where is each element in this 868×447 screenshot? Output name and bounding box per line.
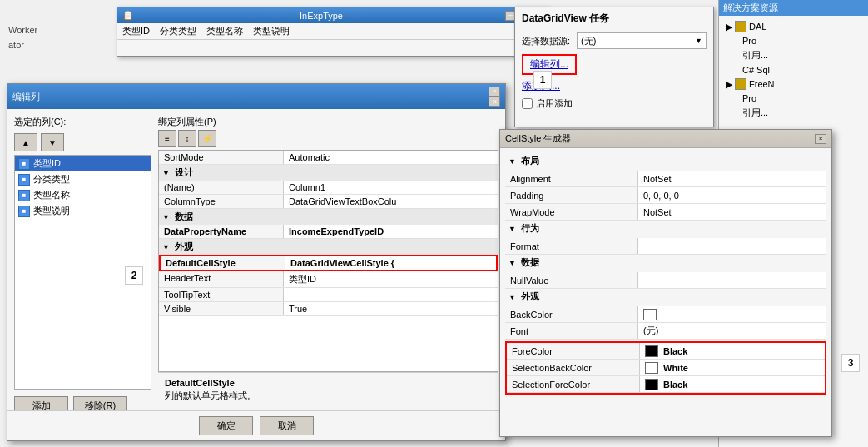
name-value[interactable]: Column1 bbox=[284, 181, 498, 194]
selbackcolor-swatch bbox=[645, 362, 658, 374]
annotation-label-2: 2 bbox=[125, 266, 143, 285]
solution-tree-ref1: 引用... bbox=[722, 47, 865, 63]
cs-padding-value[interactable]: 0, 0, 0, 0 bbox=[638, 187, 826, 203]
visible-label: Visible bbox=[159, 302, 284, 315]
csql-label: C# Sql bbox=[742, 65, 770, 75]
cs-font-value[interactable]: (元) bbox=[638, 323, 826, 339]
column-typeid-label: 类型ID bbox=[33, 157, 61, 170]
cs-appearance-arrow: ▼ bbox=[508, 293, 516, 301]
column-icon-typeid: ■ bbox=[18, 158, 30, 170]
sortmode-label: SortMode bbox=[159, 151, 284, 164]
triangle-icon: ▶ bbox=[726, 22, 732, 32]
props-view-btn[interactable]: ≡ bbox=[158, 130, 176, 147]
ref2-label: 引用... bbox=[742, 107, 768, 119]
inexptype-menu: 类型ID 分类类型 类型名称 类型说明 bbox=[117, 23, 548, 40]
design-label: 设计 bbox=[175, 166, 193, 179]
column-item-subtype[interactable]: ■ 分类类型 bbox=[15, 171, 151, 187]
appearance-section: ▼ 外观 bbox=[159, 239, 498, 255]
forecolor-text: Black bbox=[663, 346, 687, 356]
datapropertyname-value[interactable]: IncomeExpendTypeID bbox=[284, 225, 498, 238]
props-extra-btn[interactable]: ⚡ bbox=[198, 130, 216, 147]
data-label: 数据 bbox=[175, 211, 193, 223]
visible-row: Visible True bbox=[159, 302, 498, 316]
column-icon-typename: ■ bbox=[18, 190, 30, 201]
selbackcolor-text: White bbox=[663, 363, 688, 373]
dialog-bottom-buttons: 确定 取消 bbox=[7, 410, 505, 440]
color-group-highlighted: ForeColor Black SelectionBackColor White… bbox=[505, 341, 826, 395]
chevron-down-icon: ▼ bbox=[695, 37, 702, 45]
edit-columns-dialog: 编辑列 ? ✕ 选定的列(C): ▲ ▼ ■ 类型ID ■ 分类类型 bbox=[7, 83, 506, 441]
cs-behavior-section: ▼ 行为 bbox=[505, 221, 826, 236]
enable-add-label: 启用添加 bbox=[536, 97, 573, 110]
cs-appearance-label: 外观 bbox=[521, 291, 539, 303]
cs-nullvalue-value[interactable] bbox=[638, 272, 826, 288]
move-up-button[interactable]: ▲ bbox=[14, 133, 37, 151]
props-sort-btn[interactable]: ↕ bbox=[178, 130, 196, 147]
cs-nullvalue-label: NullValue bbox=[505, 272, 638, 288]
cs-forecolor-row: ForeColor Black bbox=[507, 343, 825, 360]
bind-properties-panel: 绑定列属性(P) ≡ ↕ ⚡ SortMode Automatic ▼ 设计 (… bbox=[158, 116, 498, 415]
tooltiptext-value[interactable] bbox=[284, 288, 498, 301]
column-item-typeid[interactable]: ■ 类型ID bbox=[15, 156, 151, 171]
dialog-close-btn[interactable]: ✕ bbox=[489, 97, 500, 107]
cellstyle-content: ▼ 布局 Alignment NotSet Padding 0, 0, 0, 0… bbox=[500, 148, 831, 436]
folder-icon bbox=[735, 21, 746, 32]
defaultcellstyle-row[interactable]: DefaultCellStyle DataGridViewCellStyle { bbox=[159, 255, 498, 271]
columntype-value[interactable]: DataGridViewTextBoxColu bbox=[284, 195, 498, 208]
datasource-select[interactable]: (无) ▼ bbox=[577, 32, 707, 49]
solution-panel-title: 解决方案资源 bbox=[719, 0, 868, 16]
cs-backcolor-row: BackColor bbox=[505, 306, 826, 323]
column-typename-label: 类型名称 bbox=[33, 189, 70, 201]
cs-padding-label: Padding bbox=[505, 187, 638, 203]
forecolor-swatch bbox=[645, 345, 658, 357]
solution-tree-csql: C# Sql bbox=[722, 63, 865, 77]
headertext-value[interactable]: 类型ID bbox=[284, 271, 498, 287]
sortmode-value[interactable]: Automatic bbox=[284, 151, 498, 164]
description-text: 列的默认单元格样式。 bbox=[165, 390, 492, 402]
column-typedesc-label: 类型说明 bbox=[33, 205, 70, 217]
behavior-label: 行为 bbox=[521, 222, 539, 235]
cs-wrapmode-value[interactable]: NotSet bbox=[638, 204, 826, 220]
cs-backcolor-value[interactable] bbox=[638, 306, 826, 322]
appearance-arrow: ▼ bbox=[162, 243, 170, 251]
dal-label: DAL bbox=[749, 22, 766, 32]
annotation-label-1: 1 bbox=[533, 71, 552, 89]
solution-tree-freen: ▶ FreeN bbox=[722, 77, 865, 92]
cs-selectionbackcolor-label: SelectionBackColor bbox=[507, 360, 640, 375]
cs-alignment-value[interactable]: NotSet bbox=[638, 171, 826, 186]
enable-add-checkbox[interactable] bbox=[522, 98, 533, 109]
cs-format-value[interactable] bbox=[638, 238, 826, 254]
move-down-button[interactable]: ▼ bbox=[41, 133, 64, 151]
column-item-typename[interactable]: ■ 类型名称 bbox=[15, 187, 151, 203]
columntype-row: ColumnType DataGridViewTextBoxColu bbox=[159, 195, 498, 209]
defaultcellstyle-label: DefaultCellStyle bbox=[161, 256, 285, 270]
column-item-typedesc[interactable]: ■ 类型说明 bbox=[15, 203, 151, 219]
cs-selectionforecolor-label: SelectionForeColor bbox=[507, 376, 640, 392]
selforecolor-swatch bbox=[645, 379, 658, 390]
up-down-buttons: ▲ ▼ bbox=[14, 133, 151, 151]
bind-toolbar: ≡ ↕ ⚡ bbox=[158, 130, 498, 147]
col-typedesc: 类型说明 bbox=[253, 25, 290, 37]
cellstyle-close-btn[interactable]: × bbox=[815, 134, 826, 144]
confirm-button[interactable]: 确定 bbox=[199, 416, 253, 435]
cs-selectionforecolor-value[interactable]: Black bbox=[640, 376, 825, 392]
inexptype-window: 📋 InExpType ─ □ ✕ 类型ID 分类类型 类型名称 类型说明 bbox=[117, 7, 549, 57]
tooltiptext-row: ToolTipText bbox=[159, 288, 498, 302]
solution-tree-pro2: Pro bbox=[722, 92, 865, 105]
appearance-label: 外观 bbox=[175, 241, 193, 253]
ref1-label: 引用... bbox=[742, 49, 768, 62]
solution-tree-dal: ▶ DAL bbox=[722, 19, 865, 34]
enable-add-row: 启用添加 bbox=[515, 95, 713, 112]
defaultcellstyle-value[interactable]: DataGridViewCellStyle { bbox=[285, 256, 496, 270]
cs-selectionbackcolor-value[interactable]: White bbox=[640, 360, 825, 375]
cs-forecolor-value[interactable]: Black bbox=[640, 343, 825, 359]
description-title: DefaultCellStyle bbox=[165, 378, 492, 388]
cancel-button[interactable]: 取消 bbox=[260, 416, 314, 435]
help-btn[interactable]: ? bbox=[489, 87, 500, 97]
column-icon-subtype: ■ bbox=[18, 174, 30, 186]
visible-value[interactable]: True bbox=[284, 302, 498, 315]
cs-nullvalue-row: NullValue bbox=[505, 272, 826, 289]
col-subtype: 分类类型 bbox=[160, 25, 196, 37]
headertext-row: HeaderText 类型ID bbox=[159, 271, 498, 288]
dialog-buttons-row: 确定 取消 bbox=[7, 410, 505, 440]
